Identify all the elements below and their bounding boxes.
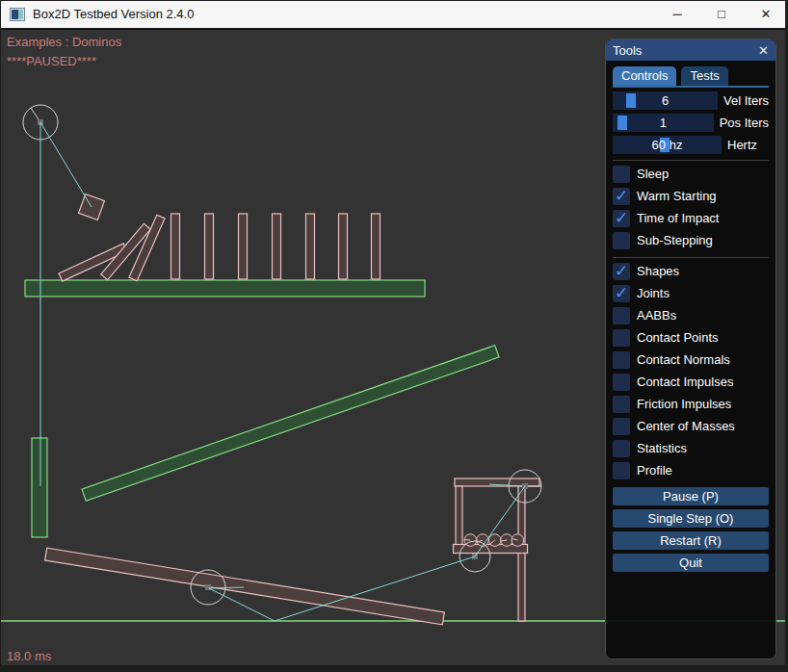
checkbox-label: Friction Impulses xyxy=(637,397,731,411)
standing-domino-2 xyxy=(205,214,214,279)
panel-close-icon[interactable]: ✕ xyxy=(758,44,769,57)
frame-left-post xyxy=(456,486,462,549)
checkmark-icon: ✓ xyxy=(615,285,628,301)
checkbox-row-contact-normals[interactable]: Contact Normals xyxy=(613,349,769,371)
checkbox-label: Shapes xyxy=(637,264,679,278)
checkbox-label: Sleep xyxy=(637,167,669,181)
tab-controls[interactable]: Controls xyxy=(613,66,676,86)
vertical-board xyxy=(32,438,47,537)
checkbox-row-shapes[interactable]: ✓Shapes xyxy=(613,260,769,282)
close-icon[interactable]: ✕ xyxy=(744,0,788,28)
slider-track[interactable]: 6 xyxy=(613,91,718,110)
checkbox-row-joints[interactable]: ✓Joints xyxy=(613,282,769,304)
checkbox-statistics[interactable] xyxy=(613,440,630,457)
checkmark-icon: ✓ xyxy=(615,210,628,226)
standing-domino-7 xyxy=(372,214,381,279)
window-title: Box2D Testbed Version 2.4.0 xyxy=(33,7,194,21)
checkbox-list: Sleep✓Warm Starting✓Time of ImpactSub-St… xyxy=(613,163,769,481)
standing-domino-6 xyxy=(339,214,348,279)
slider-label: Pos Iters xyxy=(720,116,769,130)
checkbox-row-contact-points[interactable]: Contact Points xyxy=(613,326,769,349)
window-border-top xyxy=(0,0,788,1)
checkbox-label: Profile xyxy=(637,463,672,478)
standing-domino-5 xyxy=(306,214,315,279)
checkmark-icon: ✓ xyxy=(615,188,628,204)
frame-time-label: 18.0 ms xyxy=(7,649,51,663)
standing-domino-4 xyxy=(273,214,281,279)
paused-label: ****PAUSED**** xyxy=(7,54,96,68)
checkbox-contact-normals[interactable] xyxy=(613,351,630,369)
checkbox-label: Sub-Stepping xyxy=(637,233,713,247)
checkbox-row-friction-impulses[interactable]: Friction Impulses xyxy=(613,393,769,415)
seesaw-plank xyxy=(45,548,445,625)
checkbox-label: Contact Impulses xyxy=(637,375,733,389)
checkbox-sub-stepping[interactable] xyxy=(613,232,630,249)
checkmark-icon: ✓ xyxy=(615,263,628,279)
panel-buttons: Pause (P)Single Step (O)Restart (R)Quit xyxy=(613,487,769,572)
checkbox-friction-impulses[interactable] xyxy=(613,396,630,413)
separator xyxy=(613,160,769,161)
window-titlebar: Box2D Testbed Version 2.4.0 ─ □ ✕ xyxy=(0,0,788,30)
slider-value: 1 xyxy=(613,114,714,132)
checkbox-row-warm-starting[interactable]: ✓Warm Starting xyxy=(613,185,769,207)
checkbox-warm-starting[interactable]: ✓ xyxy=(613,188,630,205)
tools-panel: Tools ✕ ControlsTests 6Vel Iters1Pos Ite… xyxy=(605,39,776,659)
slider-value: 6 xyxy=(613,91,718,110)
checkbox-label: Contact Normals xyxy=(637,352,730,367)
checkbox-contact-points[interactable] xyxy=(613,329,630,347)
example-label: Examples : Dominos xyxy=(7,35,121,49)
slider-track[interactable]: 60 hz xyxy=(613,136,722,154)
button-pause-p[interactable]: Pause (P) xyxy=(613,487,769,505)
button-single-step-o[interactable]: Single Step (O) xyxy=(613,509,769,528)
slider-row: 6Vel Iters xyxy=(613,91,769,110)
standing-domino-1 xyxy=(171,214,180,279)
checkbox-joints[interactable]: ✓ xyxy=(613,285,630,302)
slider-label: Vel Iters xyxy=(723,93,769,108)
standing-domino-3 xyxy=(239,214,248,279)
checkbox-profile[interactable] xyxy=(613,462,630,479)
slider-label: Hertz xyxy=(727,138,757,152)
checkbox-label: Contact Points xyxy=(637,330,719,345)
app-icon xyxy=(10,8,25,21)
panel-titlebar[interactable]: Tools ✕ xyxy=(606,39,775,61)
checkbox-time-of-impact[interactable]: ✓ xyxy=(613,210,630,227)
sloped-plank xyxy=(82,346,499,502)
slider-rows: 6Vel Iters1Pos Iters60 hzHertz xyxy=(613,91,769,154)
window-controls: ─ □ ✕ xyxy=(655,0,788,28)
slider-row: 1Pos Iters xyxy=(613,114,769,132)
checkbox-label: Joints xyxy=(637,286,670,300)
checkbox-row-statistics[interactable]: Statistics xyxy=(613,437,769,459)
maximize-icon[interactable]: □ xyxy=(699,0,744,28)
checkbox-row-aabbs[interactable]: AABBs xyxy=(613,304,769,326)
joint-line xyxy=(40,122,92,207)
checkbox-label: Center of Masses xyxy=(637,419,735,433)
tab-tests[interactable]: Tests xyxy=(681,66,727,86)
panel-title-text: Tools xyxy=(613,43,642,58)
checkbox-row-time-of-impact[interactable]: ✓Time of Impact xyxy=(613,207,769,229)
domino-platform xyxy=(25,280,425,297)
checkbox-row-sub-stepping[interactable]: Sub-Stepping xyxy=(613,229,769,251)
button-restart-r[interactable]: Restart (R) xyxy=(613,531,769,550)
slider-track[interactable]: 1 xyxy=(613,114,714,132)
minimize-icon[interactable]: ─ xyxy=(655,0,699,28)
slider-row: 60 hzHertz xyxy=(613,136,769,154)
checkbox-label: AABBs xyxy=(637,308,676,323)
checkbox-sleep[interactable] xyxy=(613,166,630,183)
checkbox-label: Statistics xyxy=(637,441,687,455)
button-quit[interactable]: Quit xyxy=(613,554,769,572)
checkbox-row-contact-impulses[interactable]: Contact Impulses xyxy=(613,371,769,393)
window-border-left xyxy=(0,0,1,672)
tab-bar: ControlsTests xyxy=(613,66,769,88)
ball-radius-line xyxy=(464,539,470,540)
checkbox-row-profile[interactable]: Profile xyxy=(613,459,769,481)
panel-body: ControlsTests 6Vel Iters1Pos Iters60 hzH… xyxy=(606,61,775,576)
checkbox-shapes[interactable]: ✓ xyxy=(613,263,630,280)
checkbox-center-of-masses[interactable] xyxy=(613,418,630,435)
checkbox-contact-impulses[interactable] xyxy=(613,374,630,391)
window-border-bottom xyxy=(0,665,788,672)
checkbox-label: Time of Impact xyxy=(637,211,719,225)
checkbox-row-center-of-masses[interactable]: Center of Masses xyxy=(613,415,769,437)
checkbox-row-sleep[interactable]: Sleep xyxy=(613,163,769,185)
checkbox-aabbs[interactable] xyxy=(613,307,630,324)
checkbox-label: Warm Starting xyxy=(637,189,717,203)
